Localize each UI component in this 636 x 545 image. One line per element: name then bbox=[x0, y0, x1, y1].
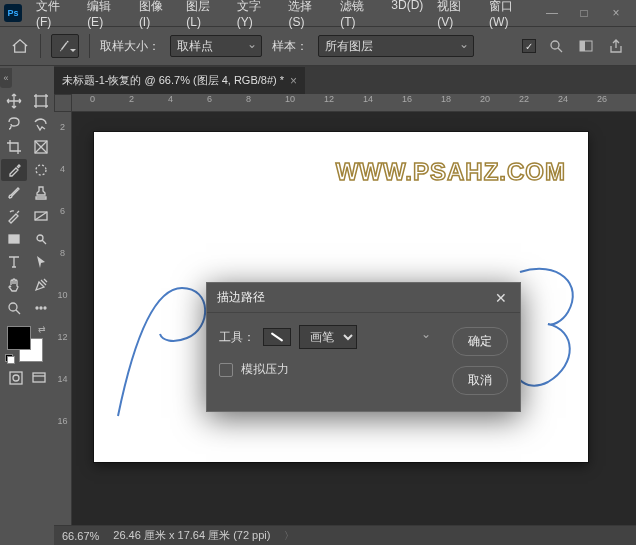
svg-point-15 bbox=[13, 375, 19, 381]
quick-select-tool[interactable] bbox=[28, 113, 54, 135]
path-scribble-right bbox=[518, 264, 588, 394]
zoom-tool[interactable] bbox=[1, 297, 27, 319]
sample-select[interactable]: 所有图层 bbox=[318, 35, 474, 57]
hand-tool[interactable] bbox=[1, 274, 27, 296]
simulate-pressure-checkbox[interactable] bbox=[219, 363, 233, 377]
rectangle-tool[interactable] bbox=[1, 228, 27, 250]
window-maximize-button[interactable]: □ bbox=[568, 3, 600, 23]
eyedropper-tool[interactable] bbox=[1, 159, 27, 181]
color-swatches[interactable]: ⇄ bbox=[5, 324, 50, 364]
window-close-button[interactable]: × bbox=[600, 3, 632, 23]
dialog-cancel-button[interactable]: 取消 bbox=[452, 366, 508, 395]
status-menu-arrow[interactable]: 〉 bbox=[284, 529, 294, 543]
tab-close-icon[interactable]: × bbox=[290, 74, 297, 88]
artboard-tool[interactable] bbox=[28, 90, 54, 112]
svg-point-1 bbox=[551, 41, 559, 49]
window-minimize-button[interactable]: — bbox=[536, 3, 568, 23]
svg-point-6 bbox=[36, 165, 46, 175]
lasso-tool[interactable] bbox=[1, 113, 27, 135]
screenmode-toggle[interactable] bbox=[28, 367, 50, 389]
dialog-tool-select[interactable]: 画笔 bbox=[299, 325, 357, 349]
search-icon[interactable] bbox=[546, 36, 566, 56]
dodge-tool[interactable] bbox=[28, 228, 54, 250]
pen-tool[interactable] bbox=[28, 274, 54, 296]
window-controls: — □ × bbox=[536, 3, 632, 23]
stroke-path-dialog: 描边路径 ✕ 工具： 画笔 模拟压力 确定 取消 bbox=[206, 282, 521, 412]
panel-toggle-icon[interactable] bbox=[576, 36, 596, 56]
toolbox: ⇄ bbox=[0, 88, 54, 391]
menu-edit[interactable]: 编辑(E) bbox=[81, 0, 131, 33]
home-icon[interactable] bbox=[10, 36, 30, 56]
toolbox-collapse-toggle[interactable]: « bbox=[0, 68, 12, 88]
tool-preset-picker[interactable] bbox=[51, 34, 79, 58]
show-ring-checkbox[interactable]: ✓ bbox=[522, 39, 536, 53]
stamp-tool[interactable] bbox=[28, 182, 54, 204]
main-menu: 文件(F) 编辑(E) 图像(I) 图层(L) 文字(Y) 选择(S) 滤镜(T… bbox=[30, 0, 536, 33]
default-colors-icon[interactable] bbox=[5, 354, 15, 364]
status-docsize: 26.46 厘米 x 17.64 厘米 (72 ppi) bbox=[113, 528, 270, 543]
svg-rect-3 bbox=[580, 41, 585, 51]
menu-select[interactable]: 选择(S) bbox=[282, 0, 332, 33]
menu-file[interactable]: 文件(F) bbox=[30, 0, 79, 33]
svg-point-12 bbox=[40, 307, 42, 309]
dialog-title: 描边路径 bbox=[217, 289, 265, 306]
document-tab-title: 未标题-1-恢复的 @ 66.7% (图层 4, RGB/8#) * bbox=[62, 73, 284, 88]
crop-tool[interactable] bbox=[1, 136, 27, 158]
edit-toolbar-button[interactable] bbox=[28, 297, 54, 319]
menu-view[interactable]: 视图(V) bbox=[431, 0, 481, 33]
svg-point-11 bbox=[36, 307, 38, 309]
share-icon[interactable] bbox=[606, 36, 626, 56]
menu-image[interactable]: 图像(I) bbox=[133, 0, 178, 33]
watermark-text: WWW.PSAHZ.COM bbox=[336, 158, 566, 186]
ruler-horizontal[interactable]: 02468101214161820222426 bbox=[72, 94, 636, 112]
svg-rect-14 bbox=[10, 372, 22, 384]
dialog-ok-button[interactable]: 确定 bbox=[452, 327, 508, 356]
sample-size-select[interactable]: 取样点 bbox=[170, 35, 262, 57]
menu-filter[interactable]: 滤镜(T) bbox=[334, 0, 383, 33]
swap-colors-icon[interactable]: ⇄ bbox=[38, 324, 46, 334]
selection-dashed-tool[interactable] bbox=[28, 159, 54, 181]
dialog-tool-label: 工具： bbox=[219, 329, 255, 346]
menu-3d[interactable]: 3D(D) bbox=[385, 0, 429, 33]
frame-tool[interactable] bbox=[28, 136, 54, 158]
type-tool[interactable] bbox=[1, 251, 27, 273]
foreground-color[interactable] bbox=[7, 326, 31, 350]
svg-rect-4 bbox=[36, 96, 46, 106]
path-select-tool[interactable] bbox=[28, 251, 54, 273]
menu-layer[interactable]: 图层(L) bbox=[180, 0, 229, 33]
dialog-titlebar[interactable]: 描边路径 ✕ bbox=[207, 283, 520, 313]
sample-size-label: 取样大小： bbox=[100, 38, 160, 55]
brush-tool[interactable] bbox=[1, 182, 27, 204]
status-zoom[interactable]: 66.67% bbox=[62, 530, 99, 542]
ruler-vertical[interactable]: 246810121416 bbox=[54, 112, 72, 525]
quickmask-toggle[interactable] bbox=[5, 367, 27, 389]
gradient-tool[interactable] bbox=[28, 205, 54, 227]
document-tabbar: 未标题-1-恢复的 @ 66.7% (图层 4, RGB/8#) * × bbox=[54, 66, 636, 94]
svg-point-13 bbox=[44, 307, 46, 309]
svg-rect-8 bbox=[9, 235, 19, 243]
status-bar: 66.67% 26.46 厘米 x 17.64 厘米 (72 ppi) 〉 bbox=[54, 525, 636, 545]
move-tool[interactable] bbox=[1, 90, 27, 112]
simulate-pressure-label: 模拟压力 bbox=[241, 361, 289, 378]
svg-point-0 bbox=[67, 41, 69, 43]
title-bar: Ps 文件(F) 编辑(E) 图像(I) 图层(L) 文字(Y) 选择(S) 滤… bbox=[0, 0, 636, 26]
sample-label: 样本： bbox=[272, 38, 308, 55]
dialog-close-button[interactable]: ✕ bbox=[492, 289, 510, 307]
svg-rect-16 bbox=[33, 373, 45, 382]
ruler-corner bbox=[54, 94, 72, 112]
menu-window[interactable]: 窗口(W) bbox=[483, 0, 536, 33]
history-brush-tool[interactable] bbox=[1, 205, 27, 227]
svg-point-10 bbox=[9, 303, 17, 311]
document-tab[interactable]: 未标题-1-恢复的 @ 66.7% (图层 4, RGB/8#) * × bbox=[54, 66, 305, 94]
brush-preview-icon bbox=[263, 328, 291, 346]
app-logo: Ps bbox=[4, 4, 22, 22]
menu-type[interactable]: 文字(Y) bbox=[231, 0, 281, 33]
